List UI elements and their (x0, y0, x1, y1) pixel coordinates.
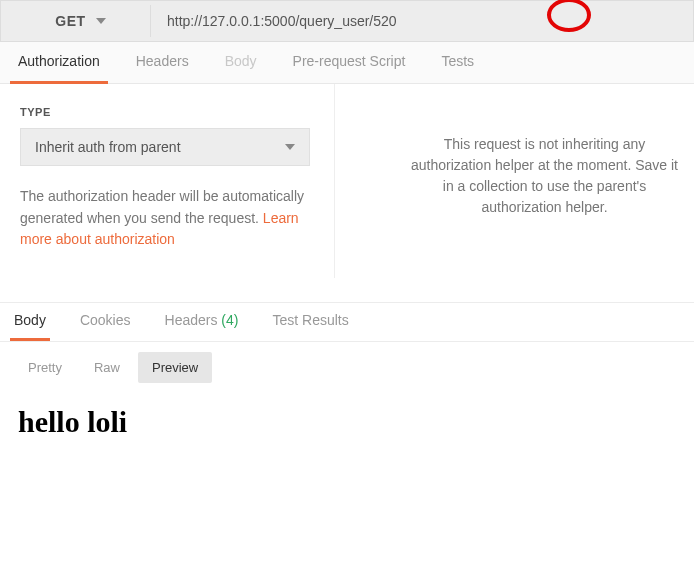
response-tabs: Body Cookies Headers (4) Test Results (0, 302, 694, 342)
dropdown-value: Inherit auth from parent (35, 139, 181, 155)
tab-body[interactable]: Body (217, 43, 265, 84)
response-tab-headers[interactable]: Headers (4) (161, 304, 243, 341)
method-select[interactable]: GET (21, 5, 151, 37)
view-tab-preview[interactable]: Preview (138, 352, 212, 383)
inherit-message: This request is not inheriting any autho… (411, 136, 678, 215)
response-tab-body[interactable]: Body (10, 304, 50, 341)
method-label: GET (55, 13, 85, 29)
tab-tests[interactable]: Tests (433, 43, 482, 84)
auth-description: The authorization header will be automat… (20, 186, 314, 251)
view-tabs: Pretty Raw Preview (0, 342, 694, 397)
auth-desc-text: The authorization header will be automat… (20, 188, 304, 226)
response-tab-cookies[interactable]: Cookies (76, 304, 135, 341)
tab-prerequest[interactable]: Pre-request Script (285, 43, 414, 84)
chevron-down-icon (96, 18, 106, 24)
response-preview-body: hello loli (0, 397, 694, 471)
request-bar: GET (0, 0, 694, 42)
url-input[interactable] (167, 13, 693, 29)
url-input-wrapper (151, 1, 693, 41)
headers-count: (4) (221, 312, 238, 328)
chevron-down-icon (285, 144, 295, 150)
tab-headers[interactable]: Headers (128, 43, 197, 84)
auth-right-column: This request is not inheriting any autho… (335, 84, 694, 278)
view-tab-raw[interactable]: Raw (80, 352, 134, 383)
type-label: TYPE (20, 106, 314, 118)
request-tabs: Authorization Headers Body Pre-request S… (0, 42, 694, 84)
response-tab-testresults[interactable]: Test Results (268, 304, 352, 341)
auth-left-column: TYPE Inherit auth from parent The author… (0, 84, 335, 278)
auth-type-dropdown[interactable]: Inherit auth from parent (20, 128, 310, 166)
response-headers-label: Headers (165, 312, 218, 328)
auth-panel: TYPE Inherit auth from parent The author… (0, 84, 694, 278)
view-tab-pretty[interactable]: Pretty (14, 352, 76, 383)
tab-authorization[interactable]: Authorization (10, 43, 108, 84)
